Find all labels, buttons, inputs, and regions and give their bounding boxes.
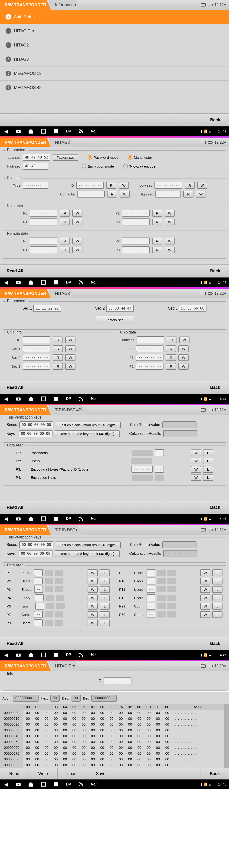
cd-p0-r[interactable]: R	[60, 210, 70, 217]
seeds-input[interactable]: 00 00 00 00 00	[19, 541, 53, 548]
camera-icon[interactable]	[15, 128, 21, 134]
ci-highsec-write[interactable]: W	[196, 191, 206, 197]
rd-p0-r[interactable]: R	[60, 238, 70, 245]
cd-p1-w[interactable]: W	[178, 354, 189, 361]
hex-row[interactable]: 0000002000000000000000000000000000000000…	[0, 721, 224, 727]
recent-icon[interactable]	[40, 516, 46, 522]
read-button[interactable]: Read	[0, 768, 29, 779]
cd-p1-w[interactable]: W	[72, 219, 83, 225]
dp-icon[interactable]: DP	[65, 128, 71, 134]
factory-sec-button[interactable]: Factory sec	[53, 154, 78, 161]
back-nav-icon[interactable]: ◀	[3, 396, 9, 402]
data-val[interactable]: --	[34, 569, 43, 576]
ci-lowsec-write[interactable]: W	[197, 182, 207, 189]
sec3-input[interactable]: 55 55 66 66	[179, 305, 206, 312]
test-seed-button[interactable]: Test seed and key result (40 digits)	[55, 550, 120, 557]
camera-icon[interactable]	[15, 396, 21, 402]
id-write-button[interactable]: W	[119, 182, 129, 189]
bin-value[interactable]: 00000000	[91, 694, 117, 702]
rd-p3[interactable]: -- -- -- --	[122, 246, 150, 253]
cd-p0-w[interactable]: W	[178, 345, 189, 352]
tab-rw-transponder[interactable]: R/W TRANSPONDER	[0, 0, 51, 10]
recent-icon[interactable]	[40, 279, 46, 285]
w-button[interactable]: W	[88, 603, 98, 610]
w-button[interactable]: W	[88, 611, 98, 618]
hex-row[interactable]: 0000003000000000000000000000000000000000…	[0, 727, 224, 733]
p1-w[interactable]: W	[191, 450, 201, 456]
back-nav-icon[interactable]: ◀	[3, 279, 9, 285]
p2-val[interactable]	[131, 458, 152, 464]
w-button[interactable]: W	[200, 586, 210, 593]
data-val[interactable]: --	[146, 586, 155, 593]
ci-sec2-w[interactable]: W	[65, 354, 75, 361]
back-button[interactable]: Back	[201, 265, 229, 277]
cd-p2-r[interactable]: R	[152, 210, 162, 217]
p3-val1[interactable]: -- -- --	[131, 466, 153, 473]
tab-hitag3[interactable]: HITAG3	[48, 289, 74, 299]
cd-p3-w[interactable]: W	[165, 219, 175, 225]
p3-l[interactable]: L	[203, 466, 213, 473]
read-all-button[interactable]: Read All	[0, 381, 30, 394]
w-button[interactable]: W	[88, 586, 98, 593]
ci-sec3-r[interactable]: R	[53, 363, 63, 370]
rd-p2[interactable]: -- -- -- --	[122, 238, 150, 245]
cd-p3-r[interactable]: R	[152, 219, 162, 225]
book-icon[interactable]	[53, 128, 59, 134]
test-chip-button[interactable]: Test chip calculation result (40 digits)	[56, 422, 121, 428]
manchester-radio[interactable]: Manchester	[128, 155, 152, 160]
ci-highsec-value[interactable]: -- --	[155, 191, 181, 197]
sec1-input[interactable]: 11 11 22 22	[33, 305, 61, 312]
ci-highsec-read[interactable]: R	[183, 191, 193, 197]
l-button[interactable]: L	[100, 603, 110, 610]
password-mode-radio[interactable]: Password mode	[88, 155, 119, 160]
hex-row[interactable]: 0000001000000000000000000000000000000000…	[0, 716, 224, 721]
w-button[interactable]: W	[200, 569, 210, 576]
back-button[interactable]: Back	[201, 501, 229, 514]
rss-icon[interactable]	[78, 781, 84, 787]
ci-sec3-w[interactable]: W	[65, 363, 75, 370]
hex-row[interactable]: 0000000000000000000000000000000000000000…	[0, 710, 224, 716]
dp-icon[interactable]: DP	[65, 652, 71, 658]
p4-l[interactable]: L	[203, 474, 213, 481]
config-read[interactable]: R	[107, 191, 117, 197]
list-item-megamos48[interactable]: 6MEGAMOS 48	[0, 81, 229, 95]
l-button[interactable]: L	[100, 586, 110, 593]
cd-config-w[interactable]: W	[179, 337, 190, 343]
recent-icon[interactable]	[40, 128, 46, 134]
ci-id-w[interactable]: W	[65, 337, 75, 343]
seeds-input[interactable]: 00 00 00 00 00	[19, 421, 53, 428]
back-button[interactable]: Back	[201, 637, 229, 650]
w-button[interactable]: W	[200, 594, 210, 601]
highsec-input[interactable]: 4F 4E	[23, 163, 48, 169]
w-button[interactable]: W	[200, 611, 210, 618]
rss-icon[interactable]	[78, 279, 84, 285]
ci-id-r[interactable]: R	[53, 337, 63, 343]
keys-input[interactable]: 00 00 00 00 00	[19, 430, 53, 437]
p2-w[interactable]: W	[191, 458, 201, 464]
ci-sec1-r[interactable]: R	[53, 345, 63, 352]
data-val[interactable]: --	[146, 578, 155, 585]
data-val[interactable]: --	[35, 594, 44, 601]
data-val[interactable]: --	[146, 611, 155, 618]
read-all-button[interactable]: Read All	[0, 637, 30, 650]
ci-sec1-w[interactable]: W	[65, 345, 75, 352]
tab-rw-transponder[interactable]: R/W TRANSPONDER	[0, 137, 51, 147]
l-button[interactable]: L	[212, 586, 223, 593]
data-val[interactable]: --	[34, 619, 43, 626]
camera-icon[interactable]	[15, 279, 21, 285]
dp-icon[interactable]: DP	[65, 279, 71, 285]
l-button[interactable]: L	[212, 594, 223, 601]
cd-config[interactable]: -- -- -- --	[137, 336, 164, 343]
cd-p1[interactable]: -- -- -- --	[136, 354, 164, 361]
hex-row[interactable]: 0000004000000000000000000000000000000000…	[0, 733, 224, 739]
recent-icon[interactable]	[40, 652, 46, 658]
recent-icon[interactable]	[40, 396, 46, 402]
rd-p1-r[interactable]: R	[60, 247, 70, 253]
data-val[interactable]: --	[146, 569, 155, 576]
hex-row[interactable]: 0000008000000000000000000000000000000000…	[0, 756, 224, 762]
home-icon[interactable]	[28, 279, 34, 285]
rss-icon[interactable]	[78, 652, 84, 658]
tab-tiris-4d[interactable]: TIRIS DST 4D	[48, 405, 87, 415]
rd-p0[interactable]: -- -- -- --	[30, 238, 57, 245]
dec-value[interactable]: 00	[71, 694, 81, 702]
